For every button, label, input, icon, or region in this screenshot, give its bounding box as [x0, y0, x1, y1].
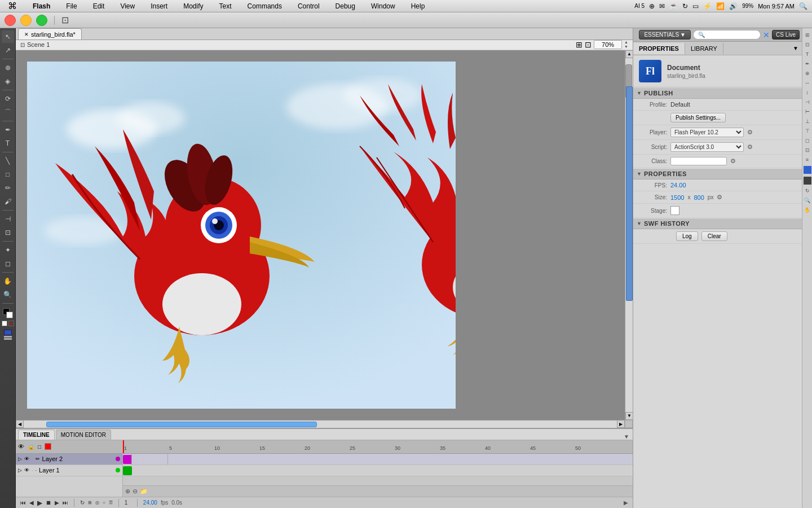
canvas-vscroll[interactable]: ▲ ▼ [625, 50, 633, 420]
hscroll-thumb[interactable] [46, 422, 317, 427]
add-layer-btn[interactable]: ⊕ [125, 488, 130, 495]
rt-btn-6[interactable]: ↔ [803, 78, 812, 87]
zoom-down-arrow[interactable]: ▼ [624, 45, 628, 49]
rt-btn-14[interactable]: ≡ [803, 155, 812, 164]
menu-flash[interactable]: Flash [29, 1, 54, 11]
layer2-pencil[interactable]: ✏ [36, 456, 40, 462]
eye-icon[interactable]: 👁 [18, 443, 24, 450]
line-tool[interactable]: ╲ [2, 155, 14, 167]
layer1-lock[interactable]: · [32, 467, 33, 473]
text-tool[interactable]: T [2, 137, 14, 150]
properties-tab[interactable]: PROPERTIES [633, 43, 685, 54]
canvas-fit-icon[interactable]: ⊞ [576, 40, 582, 49]
zoom-tool[interactable]: 🔍 [2, 288, 14, 301]
file-tab[interactable]: ✕ starling_bird.fla* [18, 28, 82, 40]
layer2-expand[interactable]: ▷ [18, 456, 22, 462]
step-fwd-btn[interactable]: ▶ [55, 500, 59, 506]
properties-section-header[interactable]: ▼ PROPERTIES [633, 168, 802, 179]
essentials-btn[interactable]: ESSENTIALS ▼ [639, 30, 691, 40]
layer1-eye[interactable]: 👁 [24, 467, 29, 473]
search-input[interactable] [693, 30, 761, 40]
layer2-eye[interactable]: 👁 [24, 456, 29, 462]
class-icon[interactable]: ⚙ [730, 157, 736, 165]
motion-editor-tab[interactable]: MOTION EDITOR [56, 430, 111, 440]
cs-live-btn[interactable]: CS Live [772, 30, 800, 40]
menu-edit[interactable]: Edit [90, 1, 108, 11]
playhead[interactable] [123, 440, 124, 453]
menu-help[interactable]: Help [408, 1, 429, 11]
brush-tool[interactable]: 🖌 [2, 195, 14, 208]
canvas-center-icon[interactable]: ⊡ [585, 40, 592, 49]
rectangle-tool[interactable]: □ [2, 168, 14, 181]
fill-color[interactable] [6, 312, 13, 318]
gradient-tool[interactable]: ◈ [2, 75, 14, 87]
menu-file[interactable]: File [63, 1, 80, 11]
close-button[interactable] [5, 15, 16, 26]
hscroll-left-btn[interactable]: ◀ [16, 420, 24, 428]
rt-btn-2[interactable]: ⊡ [803, 40, 812, 49]
rt-btn-3[interactable]: T [803, 50, 812, 59]
rp-collapse-btn[interactable]: ▼ [789, 43, 802, 54]
player-settings-icon[interactable]: ⚙ [747, 129, 753, 136]
no-color[interactable]: ⊘ [8, 321, 14, 326]
rt-dark-swatch[interactable] [804, 177, 811, 185]
pen-tool[interactable]: ✒ [2, 124, 14, 136]
selection-tool[interactable]: ↖ [2, 30, 14, 43]
menu-view[interactable]: View [117, 1, 138, 11]
rt-btn-10[interactable]: ⊥ [803, 117, 812, 126]
player-select[interactable]: Flash Player 10.2 [670, 128, 744, 137]
stop-btn[interactable]: ⏹ [46, 500, 51, 506]
menu-text[interactable]: Text [216, 1, 235, 11]
play-btn[interactable]: ▶ [37, 499, 42, 507]
3d-rotation-tool[interactable]: ⟳ [2, 93, 14, 105]
menu-window[interactable]: Window [368, 1, 399, 11]
timeline-tab[interactable]: TIMELINE [18, 430, 55, 440]
delete-layer-btn[interactable]: ⊖ [133, 488, 138, 495]
swf-history-header[interactable]: ▼ SWF HISTORY [633, 218, 802, 229]
free-transform-tool[interactable]: ⊕ [2, 62, 14, 74]
maximize-button[interactable] [36, 15, 47, 26]
fps-value[interactable]: 24.00 [670, 182, 686, 189]
menu-insert[interactable]: Insert [147, 1, 171, 11]
minimize-button[interactable] [20, 15, 32, 26]
layer-2-row[interactable]: ▷ 👁 · ✏ Layer 2 [16, 454, 122, 465]
rt-btn-9[interactable]: ⊢ [803, 107, 812, 116]
rt-btn-12[interactable]: ◻ [803, 136, 812, 145]
rt-btn-11[interactable]: ⊤ [803, 126, 812, 135]
add-folder-btn[interactable]: 📁 [140, 488, 148, 495]
rt-btn-17[interactable]: ✋ [803, 205, 812, 214]
lasso-tool[interactable]: ⌒ [2, 106, 14, 119]
layer-color-icon[interactable] [45, 443, 51, 450]
layer1-pencil[interactable]: · [36, 467, 37, 473]
height-value[interactable]: 800 [694, 194, 704, 201]
script-select[interactable]: ActionScript 3.0 [670, 142, 744, 152]
menu-commands[interactable]: Commands [244, 1, 285, 11]
rt-btn-8[interactable]: ⊣ [803, 98, 812, 107]
zoom-up-arrow[interactable]: ▲ [624, 40, 628, 45]
rt-btn-13[interactable]: ⊡ [803, 146, 812, 155]
publish-settings-btn[interactable]: Publish Settings... [670, 113, 726, 122]
timeline-collapse-btn[interactable]: ▼ [620, 433, 633, 440]
layer1-expand[interactable]: ▷ [18, 467, 22, 473]
rt-btn-5[interactable]: ⊕ [803, 69, 812, 78]
pencil-tool[interactable]: ✏ [2, 182, 14, 194]
menu-debug[interactable]: Debug [332, 1, 359, 11]
scroll-up-btn[interactable]: ▲ [625, 50, 633, 58]
subselection-tool[interactable]: ↗ [2, 44, 14, 56]
file-tab-close[interactable]: ✕ [24, 32, 29, 37]
rt-btn-15[interactable]: ↻ [803, 186, 812, 195]
layer-box-icon[interactable]: □ [38, 444, 41, 450]
canvas-area[interactable]: ▲ ▼ [16, 50, 633, 420]
step-back-btn[interactable]: ◀ [29, 500, 34, 506]
search-clear-btn[interactable]: ✕ [763, 30, 770, 40]
sync-btn[interactable]: ⊞ [88, 500, 92, 505]
paint-bucket-tool[interactable]: ⊡ [2, 226, 14, 239]
white-swatch[interactable] [2, 321, 7, 326]
menu-modify[interactable]: Modify [180, 1, 206, 11]
stage-color-picker[interactable] [670, 206, 679, 215]
publish-section-header[interactable]: ▼ PUBLISH [633, 87, 802, 99]
eyedropper-tool[interactable]: ✦ [2, 244, 14, 256]
new-file-icon[interactable]: ⊡ [61, 15, 69, 25]
library-tab[interactable]: LIBRARY [685, 43, 723, 54]
swf-clear-btn[interactable]: Clear [701, 231, 727, 241]
